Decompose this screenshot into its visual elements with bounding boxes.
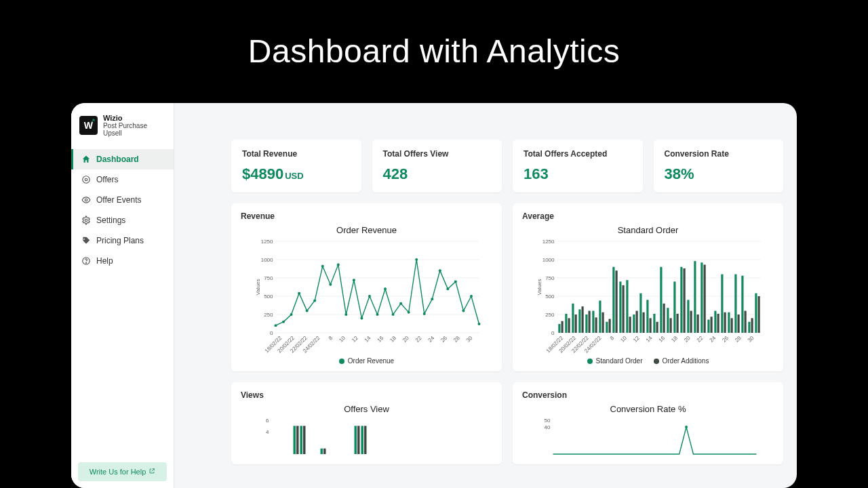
sidebar-item-offers[interactable]: Offers — [71, 169, 174, 190]
svg-text:14: 14 — [645, 335, 654, 344]
chart-section-label: Conversion — [522, 390, 774, 400]
stat-card-total-offers-accepted: Total Offers Accepted 163 — [513, 140, 643, 192]
svg-text:750: 750 — [264, 275, 273, 281]
chart-card-views: Views Offers View 46 — [231, 382, 502, 464]
svg-point-0 — [83, 176, 90, 184]
svg-rect-139 — [721, 274, 723, 333]
svg-text:Values: Values — [255, 279, 261, 296]
legend-item: Order Revenue — [339, 357, 394, 365]
svg-rect-157 — [321, 449, 323, 454]
svg-text:0: 0 — [270, 330, 273, 336]
svg-rect-122 — [663, 304, 665, 333]
svg-rect-130 — [690, 311, 692, 333]
svg-point-1 — [85, 178, 87, 181]
sidebar-item-dashboard[interactable]: Dashboard — [71, 149, 174, 169]
svg-text:Values: Values — [536, 279, 542, 296]
sidebar-item-pricing-plans[interactable]: Pricing Plans — [71, 230, 174, 251]
chart-section-label: Views — [241, 390, 492, 400]
svg-rect-138 — [717, 314, 719, 333]
svg-text:750: 750 — [545, 275, 555, 281]
svg-rect-125 — [673, 281, 675, 333]
stat-value: 38% — [665, 165, 694, 182]
external-link-icon — [149, 468, 155, 476]
stat-card-total-revenue: Total Revenue $4890USD — [231, 140, 361, 192]
charts-row-1: Revenue Order Revenue 025050075010001250… — [231, 203, 783, 371]
svg-text:16: 16 — [658, 335, 667, 344]
sidebar-item-settings[interactable]: Settings — [71, 210, 174, 230]
brand-subtitle: Post Purchase Upsell — [103, 122, 165, 137]
stat-label: Total Offers View — [383, 149, 492, 159]
sidebar-item-label: Pricing Plans — [96, 236, 144, 245]
svg-rect-126 — [677, 314, 679, 333]
svg-rect-146 — [745, 311, 747, 333]
brand: W ↗ Wizio Post Purchase Upsell — [71, 103, 174, 145]
svg-rect-150 — [758, 296, 760, 333]
svg-text:500: 500 — [545, 293, 555, 300]
svg-text:26: 26 — [721, 335, 730, 344]
sidebar-item-label: Help — [96, 256, 113, 266]
svg-rect-160 — [357, 426, 360, 454]
svg-text:250: 250 — [545, 312, 555, 318]
chart-card-revenue: Revenue Order Revenue 025050075010001250… — [231, 203, 502, 371]
svg-rect-98 — [582, 306, 584, 333]
svg-text:30: 30 — [747, 335, 755, 344]
stat-card-total-offers-view: Total Offers View 428 — [372, 140, 502, 192]
svg-rect-120 — [656, 322, 658, 333]
svg-text:250: 250 — [264, 312, 273, 318]
stat-label: Conversion Rate — [665, 149, 773, 159]
stat-value: $4890 — [242, 165, 283, 182]
conversion-chart-svg: 4050 — [522, 417, 774, 458]
svg-rect-91 — [558, 324, 560, 333]
legend-label: Order Revenue — [348, 357, 394, 365]
svg-rect-100 — [589, 311, 591, 333]
svg-text:10: 10 — [338, 335, 347, 344]
eye-icon — [81, 195, 91, 205]
stat-label: Total Offers Accepted — [524, 149, 632, 159]
svg-text:16: 16 — [376, 335, 385, 344]
svg-text:22: 22 — [414, 335, 423, 344]
svg-rect-95 — [572, 304, 574, 333]
chart-card-average: Average Standard Order 02505007501000125… — [513, 203, 783, 371]
svg-text:20: 20 — [401, 335, 410, 344]
stat-cards-row: Total Revenue $4890USD Total Offers View… — [231, 103, 783, 192]
svg-text:1000: 1000 — [542, 257, 555, 263]
svg-rect-155 — [300, 426, 303, 454]
chart-card-conversion: Conversion Conversion Rate % 4050 — [513, 382, 783, 464]
svg-rect-108 — [616, 270, 618, 333]
svg-rect-92 — [561, 321, 564, 333]
svg-rect-103 — [599, 300, 601, 333]
main-content: Total Revenue $4890USD Total Offers View… — [174, 103, 797, 488]
svg-rect-137 — [714, 311, 716, 333]
svg-text:22: 22 — [696, 335, 705, 344]
svg-text:18: 18 — [670, 335, 679, 344]
svg-rect-134 — [704, 265, 706, 333]
legend-dot-icon — [587, 359, 593, 364]
brand-name: Wizio — [103, 114, 165, 122]
svg-rect-97 — [578, 309, 580, 333]
svg-text:40: 40 — [545, 424, 551, 430]
svg-text:28: 28 — [452, 335, 461, 344]
sidebar-item-offer-events[interactable]: Offer Events — [71, 190, 174, 210]
svg-text:6: 6 — [266, 418, 269, 424]
sidebar-item-label: Offer Events — [96, 195, 141, 205]
sidebar: W ↗ Wizio Post Purchase Upsell Dashboard — [71, 103, 174, 488]
svg-rect-159 — [355, 426, 357, 454]
chart-title: Offers View — [241, 404, 492, 414]
svg-rect-121 — [660, 267, 662, 333]
svg-rect-93 — [565, 314, 567, 333]
svg-text:500: 500 — [264, 293, 273, 300]
svg-rect-104 — [602, 312, 604, 333]
svg-rect-96 — [575, 314, 577, 333]
svg-rect-135 — [707, 320, 709, 333]
svg-rect-115 — [639, 293, 642, 333]
legend-dot-icon — [339, 359, 344, 364]
write-us-for-help-button[interactable]: Write Us for Help — [78, 462, 167, 481]
chart-legend: Order Revenue — [241, 357, 492, 365]
sidebar-item-help[interactable]: Help — [71, 251, 174, 271]
tag-icon — [81, 175, 91, 184]
brand-logo: W ↗ — [79, 116, 98, 135]
legend-label: Standard Order — [596, 357, 643, 365]
svg-rect-136 — [711, 317, 713, 333]
help-icon — [81, 256, 91, 266]
chart-section-label: Revenue — [241, 211, 492, 221]
